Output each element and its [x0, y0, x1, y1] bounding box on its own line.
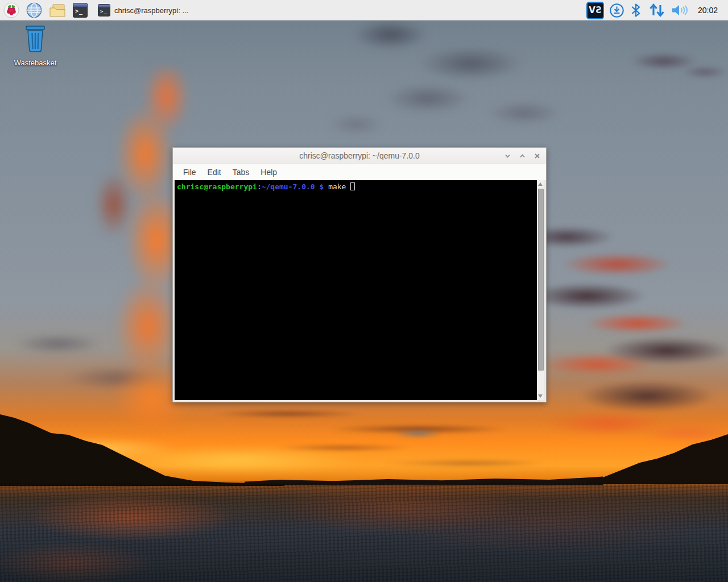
minimize-button[interactable] [503, 151, 512, 160]
chevron-up-icon [519, 152, 526, 160]
lenticular-cloud [378, 423, 458, 444]
taskbar-window-label: chrisc@raspberrypi: ... [114, 6, 188, 15]
prompt-symbol: $ [315, 182, 328, 191]
close-icon [533, 152, 541, 160]
chevron-down-icon [504, 152, 511, 160]
wispy-cloud [611, 37, 728, 91]
prompt-user: chrisc@raspberrypi [177, 182, 257, 191]
globe-icon [26, 2, 42, 18]
scrollbar-thumb[interactable] [538, 189, 544, 371]
updater-tray-button[interactable] [609, 3, 624, 18]
taskbar: >_ >_ chrisc@raspberrypi: ... VS [0, 0, 728, 20]
terminal-scrollbar[interactable] [537, 180, 544, 400]
network-tray-button[interactable] [647, 3, 666, 18]
updater-download-icon [609, 3, 624, 18]
window-title: chrisc@raspberrypi: ~/qemu-7.0.0 [173, 151, 546, 160]
file-manager-button[interactable] [46, 0, 69, 20]
typed-command: make [328, 182, 346, 191]
taskbar-window-button[interactable]: >_ chrisc@raspberrypi: ... [93, 1, 201, 20]
water [0, 483, 728, 582]
wastebasket-label: Wastebasket [6, 59, 65, 67]
volume-tray-button[interactable] [671, 3, 688, 18]
prompt-separator: : [257, 182, 262, 191]
network-arrows-icon [647, 3, 666, 18]
menu-edit[interactable]: Edit [202, 166, 227, 178]
wastebasket-icon[interactable]: Wastebasket [6, 25, 65, 67]
gray-clouds [316, 9, 583, 153]
close-button[interactable] [532, 151, 541, 160]
terminal-body: chrisc@raspberrypi:~/qemu-7.0.0 $ make [175, 180, 544, 400]
menu-help[interactable]: Help [255, 166, 283, 178]
vnc-icon: VS [586, 2, 604, 19]
menu-file[interactable]: File [177, 166, 202, 178]
maximize-button[interactable] [518, 151, 527, 160]
window-controls [503, 148, 541, 164]
folder-icon [49, 3, 66, 18]
bluetooth-tray-button[interactable] [630, 3, 642, 18]
vnc-tray-button[interactable]: VS [586, 2, 604, 19]
menu-tabs[interactable]: Tabs [227, 166, 255, 178]
prompt-path: ~/qemu-7.0.0 [262, 182, 315, 191]
taskbar-clock[interactable]: 20:02 [693, 6, 721, 15]
scroll-up-arrow-icon[interactable] [538, 182, 543, 186]
trash-can-icon [22, 25, 49, 55]
window-titlebar[interactable]: chrisc@raspberrypi: ~/qemu-7.0.0 [173, 148, 546, 164]
applications-menu-button[interactable] [0, 0, 23, 20]
scroll-down-arrow-icon[interactable] [538, 394, 543, 398]
terminal-screen[interactable]: chrisc@raspberrypi:~/qemu-7.0.0 $ make [175, 180, 537, 400]
terminal-icon: >_ [98, 4, 110, 16]
window-menubar: File Edit Tabs Help [173, 164, 546, 180]
volume-icon [671, 3, 688, 18]
terminal-launcher-button[interactable]: >_ [69, 0, 91, 20]
terminal-icon: >_ [73, 3, 88, 18]
system-tray: VS [586, 2, 728, 19]
raspberry-icon [3, 2, 19, 18]
web-browser-button[interactable] [23, 0, 46, 20]
terminal-cursor [350, 182, 355, 190]
terminal-window: chrisc@raspberrypi: ~/qemu-7.0.0 File [172, 147, 547, 402]
bluetooth-icon [630, 3, 642, 18]
